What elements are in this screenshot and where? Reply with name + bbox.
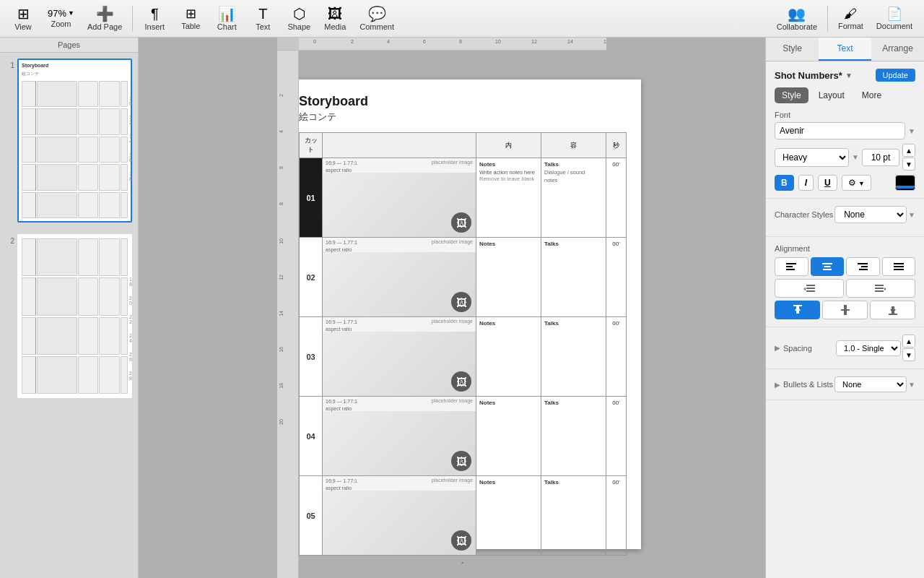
valign-middle-button[interactable] xyxy=(822,301,868,319)
shape-button[interactable]: ⬡ Shape xyxy=(282,4,316,34)
chevron-down-icon: ▼ xyxy=(845,72,853,79)
gear-icon: ⚙ xyxy=(848,178,856,188)
text-color-swatch[interactable] xyxy=(895,175,915,191)
seconds-cell-02: 00' xyxy=(606,238,627,317)
shape-label: Shape xyxy=(287,22,310,31)
image-placeholder-icon: 🖼 xyxy=(451,292,471,312)
tab-style[interactable]: Style xyxy=(766,38,819,61)
storyboard-table: カット 内 容 秒 0116:9 — 1.77:1aspect ratiopla… xyxy=(299,132,627,556)
canvas-area[interactable]: 0 2 4 6 8 10 12 14 16 18 20 2 4 6 8 10 1… xyxy=(139,38,765,578)
mini-tab-style[interactable]: Style xyxy=(775,87,808,103)
svg-rect-3 xyxy=(822,263,832,264)
bold-button[interactable]: B xyxy=(775,175,794,191)
mini-tab-layout[interactable]: Layout xyxy=(811,87,852,103)
chart-button[interactable]: 📊 Chart xyxy=(209,4,244,34)
insert-icon: ¶ xyxy=(151,7,159,21)
spacing-label: Spacing xyxy=(783,344,812,353)
toolbar-left-group: ⊞ View 97% ▼ Zoom ➕ Add Page xyxy=(6,4,128,34)
insert-button[interactable]: ¶ Insert xyxy=(137,4,172,34)
collaborate-label: Collaborate xyxy=(777,22,817,31)
font-size-down-button[interactable]: ▼ xyxy=(902,158,915,171)
mini-tabs: Style Layout More xyxy=(775,87,915,103)
bullets-label-row: ▶ Bullets & Lists xyxy=(775,380,833,389)
document-button[interactable]: 📄 Document xyxy=(871,4,918,33)
text-options-button[interactable]: ⚙ ▼ xyxy=(842,175,871,191)
talks-cell-01: TalksDialogue / soundnotes xyxy=(541,158,606,238)
comment-icon: 💬 xyxy=(368,7,386,21)
main-area: Pages 1 Storyboard 絵コンテ xyxy=(0,38,924,578)
spacing-up-button[interactable]: ▲ xyxy=(902,335,915,348)
toolbar-right-group: 👥 Collaborate 🖌 Format 📄 Document xyxy=(771,4,918,34)
spacing-down-button[interactable]: ▼ xyxy=(902,348,915,361)
font-size-input[interactable] xyxy=(862,149,899,166)
mini-tab-more[interactable]: More xyxy=(855,87,889,103)
indent-increase-icon xyxy=(875,284,886,293)
align-left-icon xyxy=(786,262,796,271)
collaborate-button[interactable]: 👥 Collaborate xyxy=(771,4,823,34)
table-label: Table xyxy=(181,22,200,30)
view-icon: ⊞ xyxy=(17,7,30,21)
collaborate-icon: 👥 xyxy=(788,7,806,21)
svg-rect-11 xyxy=(894,269,904,270)
add-page-button[interactable]: ➕ Add Page xyxy=(82,4,128,34)
zoom-button[interactable]: 97% ▼ Zoom xyxy=(42,6,80,31)
align-justify-button[interactable] xyxy=(882,257,916,276)
page-thumbnail-1[interactable]: Storyboard 絵コンテ xyxy=(17,59,132,223)
align-center-button[interactable] xyxy=(811,257,845,276)
page-num-1: 1 xyxy=(6,61,14,69)
bullets-expand-icon[interactable]: ▶ xyxy=(775,381,780,389)
col-header-image xyxy=(323,133,476,158)
font-family-select[interactable]: Avenir xyxy=(775,122,905,139)
table-icon: ⊞ xyxy=(186,7,196,20)
page-num-2: 2 xyxy=(6,237,14,245)
svg-rect-17 xyxy=(875,288,884,289)
media-button[interactable]: 🖼 Media xyxy=(318,4,352,34)
spacing-row: ▶ Spacing 1.0 - Single ▲ ▼ xyxy=(775,335,915,361)
media-icon: 🖼 xyxy=(328,7,342,21)
indent-increase-button[interactable] xyxy=(846,279,915,298)
bullets-arrow: ▼ xyxy=(908,381,915,389)
indent-decrease-button[interactable] xyxy=(775,279,844,298)
bullets-select[interactable]: None xyxy=(834,376,907,392)
character-styles-section: Character Styles None ▼ xyxy=(766,199,924,237)
table-row: 0116:9 — 1.77:1aspect ratioplaceholder i… xyxy=(300,158,627,238)
view-button[interactable]: ⊞ View xyxy=(6,4,40,34)
tab-arrange[interactable]: Arrange xyxy=(871,38,924,61)
align-left-button[interactable] xyxy=(775,257,808,276)
zoom-label: Zoom xyxy=(51,20,71,28)
align-right-button[interactable] xyxy=(846,257,880,276)
spacing-expand-icon[interactable]: ▶ xyxy=(775,344,780,352)
image-cell-02: 16:9 — 1.77:1aspect ratioplaceholder ima… xyxy=(323,238,476,317)
notes-cell-01: NotesWrite action notes hereRemove to le… xyxy=(476,158,541,238)
page-thumb-item-2[interactable]: 2 xyxy=(6,234,132,398)
font-weight-select[interactable]: Heavy xyxy=(775,148,849,167)
shot-numbers-title-row: Shot Numbers* ▼ xyxy=(775,70,853,81)
notes-cell-03: Notes xyxy=(476,317,541,397)
seconds-cell-04: 00' xyxy=(606,397,627,476)
talks-cell-04: Talks xyxy=(541,397,606,476)
underline-button[interactable]: U xyxy=(818,175,837,191)
svg-rect-7 xyxy=(861,266,868,267)
text-button[interactable]: T Text xyxy=(245,4,280,34)
font-size-up-button[interactable]: ▲ xyxy=(902,144,915,157)
shot-num-cell-05: 05 xyxy=(300,476,323,556)
format-button[interactable]: 🖌 Format xyxy=(832,4,869,33)
table-button[interactable]: ⊞ Table xyxy=(173,4,208,33)
svg-marker-22 xyxy=(795,306,801,311)
image-cell-05: 16:9 — 1.77:1aspect ratioplaceholder ima… xyxy=(323,476,476,556)
spacing-select[interactable]: 1.0 - Single xyxy=(836,340,901,356)
vertical-align-row xyxy=(775,301,915,319)
talks-cell-03: Talks xyxy=(541,317,606,397)
valign-top-icon xyxy=(793,305,802,315)
valign-top-button[interactable] xyxy=(775,301,820,319)
page-thumbnail-2[interactable] xyxy=(17,234,132,398)
comment-button[interactable]: 💬 Comment xyxy=(354,4,400,34)
tab-text[interactable]: Text xyxy=(819,38,871,61)
seconds-cell-05: 00' xyxy=(606,476,627,556)
character-styles-select[interactable]: None xyxy=(834,206,907,223)
update-button[interactable]: Update xyxy=(876,69,915,82)
image-placeholder-icon: 🖼 xyxy=(451,530,471,551)
page-thumb-item-1[interactable]: 1 Storyboard 絵コンテ xyxy=(6,59,132,223)
valign-bottom-button[interactable] xyxy=(870,301,915,319)
italic-button[interactable]: I xyxy=(798,175,814,191)
